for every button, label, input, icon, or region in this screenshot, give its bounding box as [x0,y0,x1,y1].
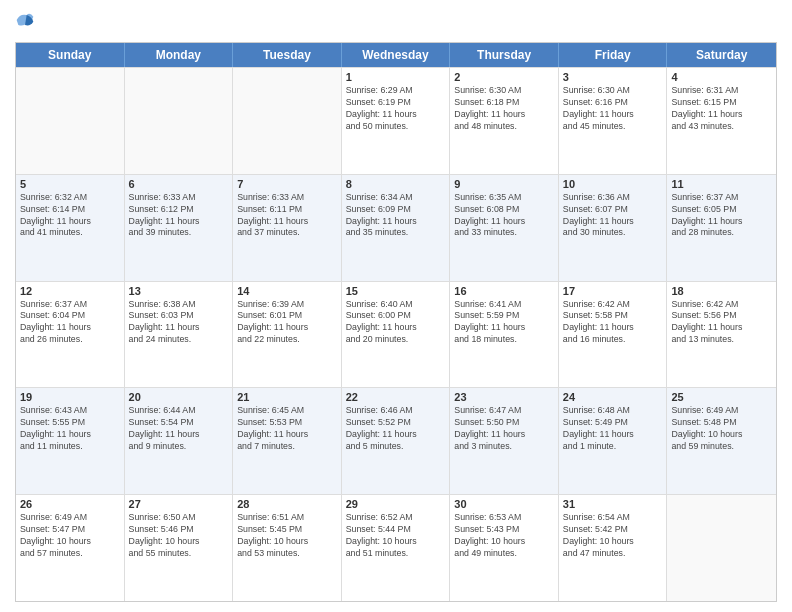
day-info: Sunrise: 6:41 AM Sunset: 5:59 PM Dayligh… [454,299,554,347]
day-number: 15 [346,285,446,297]
calendar-cell-8: 8Sunrise: 6:34 AM Sunset: 6:09 PM Daylig… [342,175,451,281]
day-info: Sunrise: 6:37 AM Sunset: 6:04 PM Dayligh… [20,299,120,347]
logo [15,10,39,34]
day-number: 12 [20,285,120,297]
calendar-cell-14: 14Sunrise: 6:39 AM Sunset: 6:01 PM Dayli… [233,282,342,388]
calendar-cell-5: 5Sunrise: 6:32 AM Sunset: 6:14 PM Daylig… [16,175,125,281]
calendar-cell-20: 20Sunrise: 6:44 AM Sunset: 5:54 PM Dayli… [125,388,234,494]
weekday-header-thursday: Thursday [450,43,559,67]
day-number: 4 [671,71,772,83]
calendar-cell-empty-2 [233,68,342,174]
day-info: Sunrise: 6:40 AM Sunset: 6:00 PM Dayligh… [346,299,446,347]
day-info: Sunrise: 6:54 AM Sunset: 5:42 PM Dayligh… [563,512,663,560]
calendar-cell-15: 15Sunrise: 6:40 AM Sunset: 6:00 PM Dayli… [342,282,451,388]
day-info: Sunrise: 6:33 AM Sunset: 6:12 PM Dayligh… [129,192,229,240]
calendar-cell-18: 18Sunrise: 6:42 AM Sunset: 5:56 PM Dayli… [667,282,776,388]
calendar-cell-1: 1Sunrise: 6:29 AM Sunset: 6:19 PM Daylig… [342,68,451,174]
day-info: Sunrise: 6:49 AM Sunset: 5:47 PM Dayligh… [20,512,120,560]
day-number: 20 [129,391,229,403]
calendar-cell-22: 22Sunrise: 6:46 AM Sunset: 5:52 PM Dayli… [342,388,451,494]
day-info: Sunrise: 6:29 AM Sunset: 6:19 PM Dayligh… [346,85,446,133]
weekday-header-saturday: Saturday [667,43,776,67]
weekday-header-wednesday: Wednesday [342,43,451,67]
calendar-cell-23: 23Sunrise: 6:47 AM Sunset: 5:50 PM Dayli… [450,388,559,494]
day-number: 5 [20,178,120,190]
day-info: Sunrise: 6:45 AM Sunset: 5:53 PM Dayligh… [237,405,337,453]
calendar-row-1: 1Sunrise: 6:29 AM Sunset: 6:19 PM Daylig… [16,67,776,174]
calendar-cell-3: 3Sunrise: 6:30 AM Sunset: 6:16 PM Daylig… [559,68,668,174]
day-number: 21 [237,391,337,403]
calendar-row-3: 12Sunrise: 6:37 AM Sunset: 6:04 PM Dayli… [16,281,776,388]
day-number: 8 [346,178,446,190]
day-info: Sunrise: 6:50 AM Sunset: 5:46 PM Dayligh… [129,512,229,560]
day-info: Sunrise: 6:43 AM Sunset: 5:55 PM Dayligh… [20,405,120,453]
day-number: 9 [454,178,554,190]
day-info: Sunrise: 6:49 AM Sunset: 5:48 PM Dayligh… [671,405,772,453]
calendar-cell-17: 17Sunrise: 6:42 AM Sunset: 5:58 PM Dayli… [559,282,668,388]
calendar-cell-10: 10Sunrise: 6:36 AM Sunset: 6:07 PM Dayli… [559,175,668,281]
calendar-cell-28: 28Sunrise: 6:51 AM Sunset: 5:45 PM Dayli… [233,495,342,601]
day-number: 31 [563,498,663,510]
day-number: 7 [237,178,337,190]
day-number: 24 [563,391,663,403]
calendar-row-4: 19Sunrise: 6:43 AM Sunset: 5:55 PM Dayli… [16,387,776,494]
weekday-header-sunday: Sunday [16,43,125,67]
calendar-row-2: 5Sunrise: 6:32 AM Sunset: 6:14 PM Daylig… [16,174,776,281]
day-number: 27 [129,498,229,510]
weekday-header-monday: Monday [125,43,234,67]
calendar-cell-empty-1 [125,68,234,174]
calendar-cell-2: 2Sunrise: 6:30 AM Sunset: 6:18 PM Daylig… [450,68,559,174]
day-number: 13 [129,285,229,297]
day-info: Sunrise: 6:37 AM Sunset: 6:05 PM Dayligh… [671,192,772,240]
calendar-cell-24: 24Sunrise: 6:48 AM Sunset: 5:49 PM Dayli… [559,388,668,494]
day-number: 23 [454,391,554,403]
calendar-cell-16: 16Sunrise: 6:41 AM Sunset: 5:59 PM Dayli… [450,282,559,388]
day-info: Sunrise: 6:30 AM Sunset: 6:16 PM Dayligh… [563,85,663,133]
day-number: 22 [346,391,446,403]
day-number: 16 [454,285,554,297]
day-number: 14 [237,285,337,297]
calendar-cell-13: 13Sunrise: 6:38 AM Sunset: 6:03 PM Dayli… [125,282,234,388]
calendar-cell-12: 12Sunrise: 6:37 AM Sunset: 6:04 PM Dayli… [16,282,125,388]
day-info: Sunrise: 6:38 AM Sunset: 6:03 PM Dayligh… [129,299,229,347]
calendar-cell-empty-6 [667,495,776,601]
day-info: Sunrise: 6:44 AM Sunset: 5:54 PM Dayligh… [129,405,229,453]
day-number: 6 [129,178,229,190]
day-info: Sunrise: 6:42 AM Sunset: 5:58 PM Dayligh… [563,299,663,347]
day-number: 17 [563,285,663,297]
day-number: 3 [563,71,663,83]
day-info: Sunrise: 6:52 AM Sunset: 5:44 PM Dayligh… [346,512,446,560]
calendar-cell-7: 7Sunrise: 6:33 AM Sunset: 6:11 PM Daylig… [233,175,342,281]
day-number: 30 [454,498,554,510]
day-number: 1 [346,71,446,83]
day-number: 25 [671,391,772,403]
day-number: 26 [20,498,120,510]
calendar-cell-21: 21Sunrise: 6:45 AM Sunset: 5:53 PM Dayli… [233,388,342,494]
day-number: 19 [20,391,120,403]
calendar-cell-19: 19Sunrise: 6:43 AM Sunset: 5:55 PM Dayli… [16,388,125,494]
day-info: Sunrise: 6:35 AM Sunset: 6:08 PM Dayligh… [454,192,554,240]
calendar-row-5: 26Sunrise: 6:49 AM Sunset: 5:47 PM Dayli… [16,494,776,601]
day-number: 2 [454,71,554,83]
day-info: Sunrise: 6:46 AM Sunset: 5:52 PM Dayligh… [346,405,446,453]
calendar-cell-4: 4Sunrise: 6:31 AM Sunset: 6:15 PM Daylig… [667,68,776,174]
calendar: SundayMondayTuesdayWednesdayThursdayFrid… [15,42,777,602]
calendar-body: 1Sunrise: 6:29 AM Sunset: 6:19 PM Daylig… [16,67,776,601]
day-info: Sunrise: 6:47 AM Sunset: 5:50 PM Dayligh… [454,405,554,453]
calendar-cell-29: 29Sunrise: 6:52 AM Sunset: 5:44 PM Dayli… [342,495,451,601]
day-number: 10 [563,178,663,190]
calendar-cell-6: 6Sunrise: 6:33 AM Sunset: 6:12 PM Daylig… [125,175,234,281]
page-header [15,10,777,34]
day-number: 29 [346,498,446,510]
calendar-cell-26: 26Sunrise: 6:49 AM Sunset: 5:47 PM Dayli… [16,495,125,601]
calendar-cell-9: 9Sunrise: 6:35 AM Sunset: 6:08 PM Daylig… [450,175,559,281]
calendar-cell-27: 27Sunrise: 6:50 AM Sunset: 5:46 PM Dayli… [125,495,234,601]
calendar-cell-11: 11Sunrise: 6:37 AM Sunset: 6:05 PM Dayli… [667,175,776,281]
day-info: Sunrise: 6:36 AM Sunset: 6:07 PM Dayligh… [563,192,663,240]
day-number: 28 [237,498,337,510]
day-info: Sunrise: 6:32 AM Sunset: 6:14 PM Dayligh… [20,192,120,240]
day-info: Sunrise: 6:31 AM Sunset: 6:15 PM Dayligh… [671,85,772,133]
day-info: Sunrise: 6:42 AM Sunset: 5:56 PM Dayligh… [671,299,772,347]
day-info: Sunrise: 6:33 AM Sunset: 6:11 PM Dayligh… [237,192,337,240]
calendar-cell-31: 31Sunrise: 6:54 AM Sunset: 5:42 PM Dayli… [559,495,668,601]
